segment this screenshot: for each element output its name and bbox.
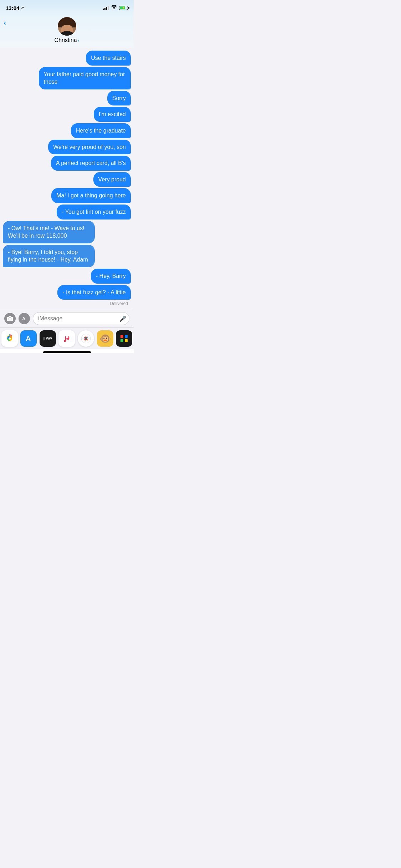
bubble-5[interactable]: Here's the graduate	[71, 123, 131, 138]
bubble-1[interactable]: Use the stairs	[86, 51, 131, 66]
dock-appstore[interactable]: A	[20, 330, 37, 348]
battery-icon: ⚡	[119, 6, 128, 10]
bubble-13[interactable]: - Hey, Barry	[91, 269, 131, 284]
bubble-10[interactable]: - You got lint on your fuzz	[57, 205, 131, 219]
safari-icon	[78, 330, 94, 347]
dock-music[interactable]	[58, 330, 76, 348]
mic-button[interactable]: 🎤	[119, 315, 127, 322]
status-bar: 13:04 ↗ ⚡	[0, 0, 134, 16]
contact-name-row[interactable]: Christina ›	[55, 37, 79, 43]
animoji-icon: 🐵	[97, 330, 113, 347]
svg-rect-14	[125, 335, 128, 338]
message-row-13: - Hey, Barry	[3, 269, 131, 284]
messages-area: Use the stairs Your father paid good mon…	[0, 48, 134, 306]
dock-bar: A  Pay	[0, 327, 134, 349]
files-icon	[116, 330, 132, 347]
svg-text:A: A	[22, 316, 26, 321]
bubble-8[interactable]: Very proud	[93, 172, 131, 187]
svg-rect-13	[120, 335, 123, 338]
bubble-7[interactable]: A perfect report card, all B's	[51, 156, 131, 171]
message-input-wrapper: 🎤	[33, 312, 129, 325]
svg-text:A: A	[26, 335, 31, 342]
dock-photos[interactable]	[1, 330, 19, 348]
chat-header: ‹ Christina ›	[0, 16, 134, 48]
location-icon: ↗	[21, 6, 24, 10]
dock-files[interactable]	[115, 330, 133, 348]
message-row-12: - Bye! Barry, I told you, stop flying in…	[3, 245, 131, 267]
svg-point-6	[64, 340, 66, 342]
contact-avatar[interactable]	[58, 17, 76, 36]
dock-area: A  Pay	[0, 327, 134, 353]
bubble-6[interactable]: We're very proud of you, son	[48, 140, 131, 155]
back-button[interactable]: ‹	[4, 19, 6, 28]
bubble-4[interactable]: I'm excited	[94, 107, 131, 122]
svg-point-0	[9, 318, 11, 320]
bubble-12[interactable]: - Bye! Barry, I told you, stop flying in…	[3, 245, 95, 267]
message-row-8: Very proud	[3, 172, 131, 187]
dock-safari[interactable]	[77, 330, 95, 348]
app-store-button[interactable]: A	[19, 313, 30, 324]
camera-button[interactable]	[4, 313, 16, 324]
wifi-icon	[111, 5, 117, 11]
music-icon	[58, 330, 75, 347]
photos-icon	[1, 330, 18, 347]
message-row-4: I'm excited	[3, 107, 131, 122]
message-row-3: Sorry	[3, 91, 131, 106]
bubble-11[interactable]: - Ow! That's me! - Wave to us! We'll be …	[3, 221, 95, 243]
home-indicator	[43, 351, 91, 353]
delivered-label: Delivered	[3, 301, 131, 306]
svg-rect-15	[120, 339, 123, 342]
message-row-11: - Ow! That's me! - Wave to us! We'll be …	[3, 221, 131, 243]
message-row-9: Ma! I got a thing going here	[3, 188, 131, 203]
svg-point-7	[67, 338, 69, 340]
dock-applepay[interactable]:  Pay	[39, 330, 57, 348]
message-row-5: Here's the graduate	[3, 123, 131, 138]
message-row-6: We're very proud of you, son	[3, 140, 131, 155]
applepay-icon:  Pay	[40, 330, 56, 347]
bubble-14[interactable]: - Is that fuzz gel? - A little	[57, 285, 131, 300]
message-input[interactable]	[33, 312, 129, 325]
dock-animoji[interactable]: 🐵	[96, 330, 114, 348]
message-row-7: A perfect report card, all B's	[3, 156, 131, 171]
message-row-10: - You got lint on your fuzz	[3, 205, 131, 219]
svg-point-3	[9, 337, 11, 340]
message-row-2: Your father paid good money for those	[3, 67, 131, 89]
bubble-3[interactable]: Sorry	[107, 91, 131, 106]
status-icons: ⚡	[103, 5, 128, 11]
status-time: 13:04 ↗	[6, 5, 24, 11]
contact-chevron-icon: ›	[78, 37, 79, 43]
time-label: 13:04	[6, 5, 19, 11]
message-row-1: Use the stairs	[3, 51, 131, 66]
svg-rect-16	[125, 339, 128, 342]
bubble-2[interactable]: Your father paid good money for those	[39, 67, 131, 89]
contact-name-label: Christina	[55, 37, 77, 43]
signal-icon	[103, 6, 109, 10]
appstore-icon: A	[20, 330, 37, 347]
input-bar: A 🎤	[0, 309, 134, 327]
message-row-14: - Is that fuzz gel? - A little	[3, 285, 131, 300]
bubble-9[interactable]: Ma! I got a thing going here	[51, 188, 131, 203]
